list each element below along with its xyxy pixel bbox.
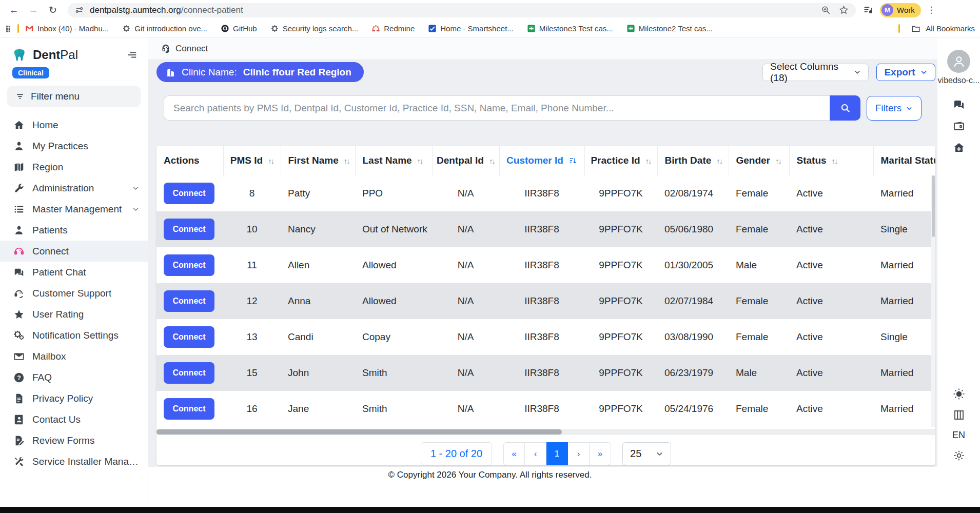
sidebar-item-patients[interactable]: Patients: [0, 220, 148, 241]
sidebar-item-connect[interactable]: Connect: [0, 241, 148, 262]
column-header-birth-date[interactable]: Birth Date↑↓: [657, 146, 729, 175]
bookmark-item[interactable]: Milestone3 Test cas...: [527, 24, 613, 33]
user-avatar[interactable]: [947, 50, 970, 73]
sort-icon[interactable]: ↑↓: [775, 156, 781, 165]
site-settings-icon[interactable]: [75, 6, 84, 14]
sort-icon[interactable]: ↑↓: [832, 156, 837, 165]
column-header-practice-id[interactable]: Practice Id↑↓: [584, 146, 657, 175]
filters-button[interactable]: Filters: [867, 96, 922, 121]
chevron-down-icon: [656, 450, 663, 458]
patient-search-input[interactable]: [164, 95, 830, 121]
bookmark-item[interactable]: Redmine: [371, 24, 415, 33]
table-horizontal-scrollbar[interactable]: [156, 429, 935, 435]
page-size-select[interactable]: 25: [622, 442, 671, 465]
column-header-dentpal-id[interactable]: Dentpal Id↑↓: [432, 146, 499, 175]
connect-button[interactable]: Connect: [164, 183, 214, 204]
cell-marital-status: Single: [873, 211, 935, 247]
bookmark-item[interactable]: Git introduction ove...: [122, 24, 207, 33]
sort-icon[interactable]: ↑↓: [344, 156, 349, 165]
sidebar-filter-input[interactable]: Filter menu: [7, 86, 141, 107]
sidebar-item-review-forms[interactable]: Review Forms: [0, 430, 148, 451]
current-page-button[interactable]: 1: [546, 442, 568, 465]
reading-list-icon[interactable]: [863, 5, 874, 15]
theme-sun-icon[interactable]: [953, 388, 965, 400]
clinical-badge: Clinical: [12, 67, 49, 78]
sidebar-item-region[interactable]: Region: [0, 156, 148, 177]
select-columns-dropdown[interactable]: Select Columns (18): [762, 64, 869, 81]
sort-icon[interactable]: ↑↓: [489, 156, 495, 165]
next-page-button[interactable]: ›: [568, 442, 590, 465]
url-path: /connect-patient: [181, 5, 243, 15]
sidebar-item-user-rating[interactable]: User Rating: [0, 304, 148, 325]
column-header-gender[interactable]: Gender↑↓: [729, 146, 789, 175]
settings-gear-icon[interactable]: [953, 449, 965, 462]
sidebar-item-my-practices[interactable]: My Practices: [0, 135, 148, 156]
file-pen-icon: [13, 435, 25, 446]
sidebar-item-privacy-policy[interactable]: Privacy Policy: [0, 388, 148, 409]
table-vertical-scrollbar[interactable]: [931, 175, 935, 427]
cell-status: Active: [789, 391, 873, 427]
zoom-icon[interactable]: [821, 5, 831, 15]
column-header-last-name[interactable]: Last Name↑↓: [355, 146, 432, 175]
sidebar-item-contact-us[interactable]: Contact Us: [0, 409, 148, 430]
bookmark-item[interactable]: Milestone2 Test cas...: [626, 24, 713, 33]
sidebar-item-master-management[interactable]: Master Management: [0, 199, 148, 220]
connect-button[interactable]: Connect: [164, 362, 214, 384]
patients-table: ActionsPMS Id↑↓First Name↑↓Last Name↑↓De…: [156, 146, 935, 427]
sidebar-item-customer-support[interactable]: Customer Support: [0, 283, 148, 304]
apps-grid-icon[interactable]: [5, 25, 13, 33]
bookmark-item[interactable]: Security logs search...: [270, 24, 359, 33]
cell-gender: Female: [729, 319, 789, 355]
column-header-customer-id[interactable]: Customer Id: [499, 146, 584, 175]
bookmark-star-icon[interactable]: [839, 5, 849, 15]
export-button[interactable]: Export: [876, 64, 935, 81]
sort-icon[interactable]: ↑↓: [268, 156, 273, 165]
sort-icon[interactable]: ↑↓: [645, 156, 651, 165]
table-header-row: ActionsPMS Id↑↓First Name↑↓Last Name↑↓De…: [156, 146, 935, 175]
reload-icon[interactable]: ↻: [44, 2, 62, 19]
column-header-status[interactable]: Status↑↓: [789, 146, 873, 175]
column-header-pms-id[interactable]: PMS Id↑↓: [223, 146, 281, 175]
sidebar-item-label: Customer Support: [32, 288, 111, 299]
sidebar-item-home[interactable]: Home: [0, 114, 148, 135]
sort-icon[interactable]: ↑↓: [716, 156, 722, 165]
all-bookmarks-label[interactable]: All Bookmarks: [926, 24, 975, 33]
back-icon[interactable]: ←: [5, 2, 23, 19]
forward-icon[interactable]: →: [25, 2, 42, 19]
connect-button[interactable]: Connect: [164, 254, 214, 276]
clinic-home-icon[interactable]: [953, 142, 965, 154]
sort-icon[interactable]: ↑↓: [417, 156, 423, 165]
search-button[interactable]: [830, 95, 860, 121]
column-header-marital-status[interactable]: Marital Status↑↓: [873, 146, 935, 175]
sidebar-item-notification-settings[interactable]: Notification Settings: [0, 325, 148, 346]
language-toggle[interactable]: EN: [937, 430, 980, 441]
cell-gender: Female: [729, 283, 789, 319]
browser-profile-chip[interactable]: M Work: [880, 3, 921, 17]
columns-icon[interactable]: [953, 409, 965, 421]
messages-icon[interactable]: [953, 98, 965, 111]
connect-button[interactable]: Connect: [164, 290, 214, 312]
address-bar[interactable]: dentpalstg.aumtech.org/connect-patient: [68, 3, 856, 17]
bookmark-item[interactable]: GitHub: [221, 24, 257, 33]
sidebar-item-administration[interactable]: Administration: [0, 177, 148, 199]
first-page-button[interactable]: «: [503, 442, 525, 465]
last-page-button[interactable]: »: [590, 442, 611, 465]
browser-menu-icon[interactable]: ⋮: [927, 5, 936, 15]
connect-button[interactable]: Connect: [164, 398, 214, 420]
sidebar-item-service-installer-manage[interactable]: Service Installer Manage...: [0, 451, 148, 472]
sort-desc-icon[interactable]: [569, 156, 577, 165]
connect-button[interactable]: Connect: [164, 326, 214, 348]
column-header-first-name[interactable]: First Name↑↓: [281, 146, 355, 175]
sidebar-collapse-icon[interactable]: [126, 49, 138, 61]
prev-page-button[interactable]: ‹: [525, 442, 546, 465]
cell-marital-status: Married: [873, 355, 935, 391]
sidebar-item-patient-chat[interactable]: Patient Chat: [0, 262, 148, 283]
sidebar-item-faq[interactable]: ?FAQ: [0, 367, 148, 388]
wallet-icon[interactable]: [953, 120, 965, 132]
connect-button[interactable]: Connect: [164, 219, 214, 240]
bookmark-item[interactable]: Inbox (40) - Madhu...: [25, 24, 109, 33]
bookmark-item[interactable]: Home - Smartsheet...: [428, 24, 514, 33]
sidebar-item-mailbox[interactable]: Mailbox: [0, 346, 148, 367]
redmine-icon: [371, 24, 380, 33]
breadcrumb-label[interactable]: Connect: [175, 44, 208, 54]
